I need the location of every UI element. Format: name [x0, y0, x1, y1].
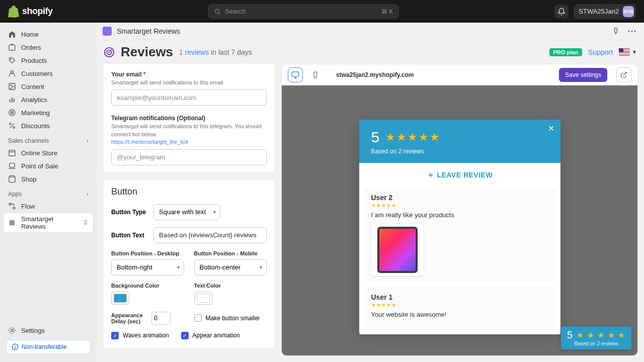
nav-analytics[interactable]: Analytics — [3, 93, 94, 106]
pos-mobile-label: Button Position - Mobile — [194, 250, 267, 256]
preview-toolbar: stwa25jan2.myshopify.com Save settings — [282, 64, 637, 85]
search-placeholder: Search — [225, 8, 246, 15]
nav-smartarget-reviews[interactable]: Smartarget Reviews — [3, 213, 94, 233]
desktop-preview-button[interactable] — [288, 67, 303, 82]
topbar: shopify Search ⌘ K STWA25Jan2 STW — [0, 0, 644, 23]
bell-icon — [557, 8, 566, 16]
shopify-logo-icon — [8, 6, 19, 18]
svg-line-1 — [219, 13, 220, 14]
nav-pos[interactable]: Point of Sale — [3, 159, 94, 172]
appear-label: Appear animation — [193, 332, 240, 339]
reviews-header: Reviews 1 reviews in last 7 days PRO pla… — [97, 40, 644, 64]
reviews-widget: ✕ 5 ★★★★★ Based on 2 reviews ＋LEAVE REVI… — [359, 120, 560, 334]
search-icon — [214, 8, 221, 15]
review-image[interactable] — [371, 224, 424, 276]
preview-url: stwa25jan2.myshopify.com — [336, 71, 414, 78]
float-based: Based on 2 reviews — [567, 341, 625, 346]
search-input[interactable]: Search ⌘ K — [208, 4, 399, 19]
telegram-label: Telegram notifications (Optional) — [111, 115, 267, 122]
apps-header[interactable]: Apps› — [3, 186, 94, 200]
content-icon — [8, 82, 16, 90]
smaller-checkbox[interactable] — [194, 314, 202, 322]
pin-icon[interactable] — [83, 220, 89, 226]
pos-icon — [8, 162, 16, 170]
analytics-icon — [8, 96, 16, 104]
topbar-right: STWA25Jan2 STW — [554, 4, 636, 19]
email-input[interactable] — [111, 89, 267, 106]
widget-based-text: Based on 2 reviews — [371, 148, 548, 155]
pos-desktop-select[interactable]: Bottom-right — [111, 259, 184, 276]
svg-point-5 — [11, 85, 12, 86]
nav-online-store[interactable]: Online Store — [3, 146, 94, 159]
main: Smartarget Reviews Reviews 1 reviews in … — [97, 23, 644, 362]
waves-label: Waves animation — [123, 332, 169, 339]
products-icon — [8, 56, 16, 64]
svg-rect-31 — [292, 72, 298, 76]
floating-reviews-button[interactable]: 5★ ★ ★ ★ ★ Based on 2 reviews — [561, 326, 631, 349]
nav-products[interactable]: Products — [3, 54, 94, 67]
nav-customers[interactable]: Customers — [3, 67, 94, 80]
svg-rect-8 — [14, 99, 15, 102]
user-menu[interactable]: STWA25Jan2 STW — [574, 4, 636, 19]
app-header-icon — [103, 27, 112, 36]
target-icon — [104, 47, 115, 58]
discounts-icon — [8, 122, 16, 130]
review-item: User 1 ★★★★★ Your website is awesome! — [364, 287, 555, 329]
appear-checkbox[interactable]: ✓ — [181, 332, 189, 339]
review-user: User 2 — [371, 194, 548, 202]
svg-rect-6 — [10, 100, 11, 102]
marketing-icon — [8, 109, 16, 117]
sidebar: Home Orders Products Customers Content A… — [0, 23, 97, 362]
gear-icon — [8, 326, 16, 334]
nav-flow[interactable]: Flow — [3, 200, 94, 213]
logo[interactable]: shopify — [8, 6, 53, 18]
nav-home[interactable]: Home — [3, 28, 94, 41]
pin-button[interactable] — [610, 25, 622, 37]
notifications-button[interactable] — [554, 5, 569, 19]
chevron-right-icon: › — [87, 137, 89, 144]
widget-score: 5 — [371, 129, 380, 146]
svg-point-11 — [12, 112, 12, 113]
more-button[interactable] — [626, 25, 638, 37]
mobile-preview-button[interactable] — [308, 67, 323, 82]
svg-point-3 — [11, 71, 13, 73]
telegram-bot-link[interactable]: https://t.me/smartarget_the_bot — [111, 139, 188, 145]
widget-header: ✕ 5 ★★★★★ Based on 2 reviews — [359, 120, 560, 163]
text-color-picker[interactable] — [194, 292, 212, 305]
delay-input[interactable] — [151, 312, 171, 325]
save-button[interactable]: Save settings — [559, 68, 607, 82]
leave-review-button[interactable]: ＋LEAVE REVIEW — [359, 163, 560, 188]
orders-icon — [8, 43, 16, 51]
chevron-right-icon: › — [87, 191, 89, 198]
nav-settings[interactable]: Settings — [3, 324, 94, 337]
svg-point-21 — [11, 329, 13, 331]
sales-channels-header[interactable]: Sales channels› — [3, 132, 94, 146]
svg-point-18 — [9, 203, 11, 205]
bg-color-label: Background Color — [111, 283, 184, 289]
telegram-input[interactable] — [111, 149, 267, 165]
bg-color-picker[interactable] — [111, 292, 129, 305]
support-link[interactable]: Support — [588, 48, 613, 56]
reviews-count-link[interactable]: 1 reviews — [179, 48, 209, 56]
button-type-label: Button Type — [111, 209, 146, 216]
nav-content[interactable]: Content — [3, 80, 94, 93]
pos-desktop-label: Button Position - Desktop — [111, 250, 184, 256]
shop-icon — [8, 175, 16, 183]
nav-marketing[interactable]: Marketing — [3, 106, 94, 119]
nav-discounts[interactable]: Discounts — [3, 119, 94, 132]
open-external-button[interactable] — [616, 67, 631, 82]
nontransferable-badge: Non-transferable — [6, 340, 91, 354]
button-text-label: Button Text — [111, 232, 146, 239]
pos-mobile-select[interactable]: Bottom-center — [194, 259, 267, 276]
button-text-input[interactable] — [153, 227, 267, 243]
chevron-down-icon: ▼ — [632, 49, 637, 55]
widget-close-button[interactable]: ✕ — [548, 124, 554, 133]
nav-orders[interactable]: Orders — [3, 41, 94, 54]
username: STWA25Jan2 — [579, 8, 619, 15]
button-type-select[interactable]: Square with text — [153, 204, 220, 220]
nav-shop[interactable]: Shop — [3, 172, 94, 186]
svg-point-0 — [215, 9, 219, 13]
language-select[interactable]: ▼ — [619, 48, 637, 56]
waves-checkbox[interactable]: ✓ — [111, 332, 119, 339]
review-text: Your website is awesome! — [371, 311, 548, 318]
